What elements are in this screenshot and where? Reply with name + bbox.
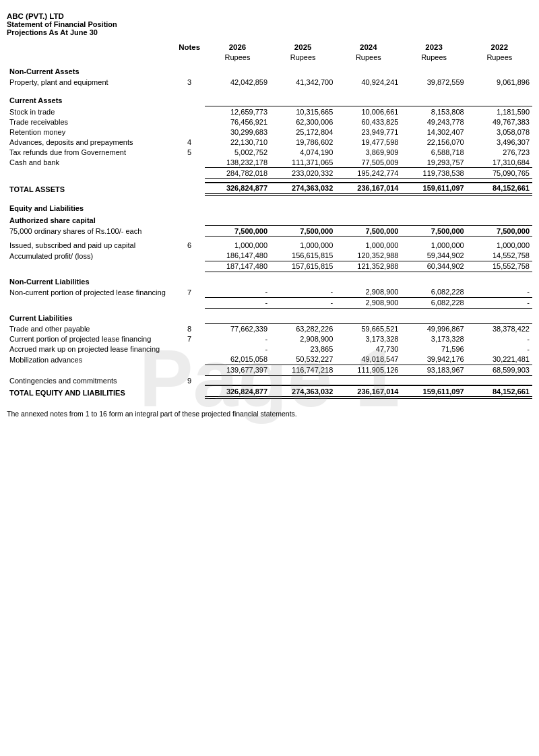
curr-lease-2026: - <box>205 334 270 344</box>
advances-2023: 22,156,070 <box>401 137 466 147</box>
equity-subtotal-row: 187,147,480 157,615,815 121,352,988 60,3… <box>7 261 532 272</box>
nc-lease-2026: - <box>205 287 270 298</box>
trade-payable-note: 8 <box>174 323 204 334</box>
cl-total-2025: 116,747,218 <box>270 365 336 375</box>
total-eq-liab-label: TOTAL EQUITY AND LIABILITIES <box>7 385 174 398</box>
unit-2026: Rupees <box>205 52 270 62</box>
cl-total-2022: 68,599,903 <box>467 365 532 375</box>
retention-2022: 3,058,078 <box>467 127 532 137</box>
stock-row: Stock in trade 12,659,773 10,315,665 10,… <box>7 106 532 117</box>
accrued-mark-2025: 23,865 <box>270 344 336 354</box>
trade-payable-2022: 38,378,422 <box>467 323 532 334</box>
current-assets-heading: Current Assets <box>7 91 532 106</box>
trade-rec-2022: 49,767,383 <box>467 117 532 127</box>
ppe-2025: 41,342,700 <box>270 77 336 87</box>
nc-lease-2025: - <box>270 287 336 298</box>
tax-refunds-2025: 4,074,190 <box>270 147 336 157</box>
tax-refunds-note: 5 <box>174 147 204 157</box>
ppe-note: 3 <box>174 77 204 87</box>
trade-payable-2025: 63,282,226 <box>270 323 336 334</box>
retention-2026: 30,299,683 <box>205 127 270 137</box>
accrued-mark-2023: 71,596 <box>401 344 466 354</box>
advances-2022: 3,496,307 <box>467 137 532 147</box>
nc-total-2023: 6,082,228 <box>401 297 466 308</box>
unit-2025: Rupees <box>270 52 336 62</box>
nc-lease-note: 7 <box>174 287 204 298</box>
equity-subtotal-2022: 15,552,758 <box>467 261 532 272</box>
cl-total-2023: 93,183,967 <box>401 365 466 375</box>
trade-rec-2023: 49,243,778 <box>401 117 466 127</box>
tax-refunds-2024: 3,869,909 <box>336 147 401 157</box>
cash-bank-2024: 77,505,009 <box>336 157 401 168</box>
total-assets-2026: 326,824,877 <box>205 183 270 195</box>
total-assets-2022: 84,152,661 <box>467 183 532 195</box>
stock-2025: 10,315,665 <box>270 106 336 117</box>
cl-total-2024: 111,905,126 <box>336 365 401 375</box>
issued-label: Issued, subscribed and paid up capital <box>7 241 174 251</box>
total-eq-liab-row: TOTAL EQUITY AND LIABILITIES 326,824,877… <box>7 385 532 398</box>
acc-profit-2022: 14,552,758 <box>467 251 532 261</box>
equity-subtotal-2025: 157,615,815 <box>270 261 336 272</box>
advances-2025: 19,786,602 <box>270 137 336 147</box>
trade-rec-note <box>174 117 204 127</box>
nc-lease-2022: - <box>467 287 532 298</box>
equity-liabilities-heading: Equity and Liabilities <box>7 199 532 214</box>
trade-rec-label: Trade receivables <box>7 117 174 127</box>
stock-2026: 12,659,773 <box>205 106 270 117</box>
nc-liabilities-heading: Non-Current Liabilities <box>7 272 532 287</box>
nc-total-row: - - 2,908,900 6,082,228 - <box>7 297 532 308</box>
advances-label: Advances, deposits and prepayments <box>7 137 174 147</box>
acc-profit-2025: 156,615,815 <box>270 251 336 261</box>
contingencies-note: 9 <box>174 375 204 385</box>
trade-payable-2024: 59,665,521 <box>336 323 401 334</box>
mob-advances-2022: 30,221,481 <box>467 354 532 365</box>
nc-total-2024: 2,908,900 <box>336 297 401 308</box>
tax-refunds-2026: 5,002,752 <box>205 147 270 157</box>
financial-table: Notes 2026 2025 2024 2023 2022 Rupees Ru… <box>7 42 532 399</box>
trade-rec-2025: 62,300,006 <box>270 117 336 127</box>
trade-rec-2026: 76,456,921 <box>205 117 270 127</box>
equity-subtotal-2023: 60,344,902 <box>401 261 466 272</box>
nc-lease-2023: 6,082,228 <box>401 287 466 298</box>
advances-2024: 19,477,598 <box>336 137 401 147</box>
auth-shares-2026: 7,500,000 <box>205 226 270 237</box>
advances-note: 4 <box>174 137 204 147</box>
trade-payable-row: Trade and other payable 8 77,662,339 63,… <box>7 323 532 334</box>
acc-profit-2026: 186,147,480 <box>205 251 270 261</box>
trade-rec-row: Trade receivables 76,456,921 62,300,006 … <box>7 117 532 127</box>
stock-2023: 8,153,808 <box>401 106 466 117</box>
total-eq-liab-2025: 274,363,032 <box>270 385 336 398</box>
accrued-mark-2022: - <box>467 344 532 354</box>
advances-2026: 22,130,710 <box>205 137 270 147</box>
notes-header: Notes <box>174 42 204 52</box>
ca-total-2024: 195,242,774 <box>336 168 401 179</box>
cash-bank-label: Cash and bank <box>7 157 174 168</box>
trade-payable-label: Trade and other payable <box>7 323 174 334</box>
stock-2022: 1,181,590 <box>467 106 532 117</box>
nc-lease-row: Non-current portion of projected lease f… <box>7 287 532 298</box>
trade-rec-2024: 60,433,825 <box>336 117 401 127</box>
total-assets-label: TOTAL ASSETS <box>7 183 174 195</box>
curr-lease-2022: - <box>467 334 532 344</box>
unit-2022: Rupees <box>467 52 532 62</box>
ca-total-2022: 75,090,765 <box>467 168 532 179</box>
ppe-2024: 40,924,241 <box>336 77 401 87</box>
curr-lease-2024: 3,173,328 <box>336 334 401 344</box>
tax-refunds-2023: 6,588,718 <box>401 147 466 157</box>
retention-2025: 25,172,804 <box>270 127 336 137</box>
ca-subtotal-row: 284,782,018 233,020,332 195,242,774 119,… <box>7 168 532 179</box>
total-assets-2023: 159,611,097 <box>401 183 466 195</box>
stock-note <box>174 106 204 117</box>
ca-total-2025: 233,020,332 <box>270 168 336 179</box>
cash-bank-note <box>174 157 204 168</box>
auth-shares-2025: 7,500,000 <box>270 226 336 237</box>
mob-advances-label: Mobilization advances <box>7 354 174 365</box>
mob-advances-row: Mobilization advances 62,015,058 50,532,… <box>7 354 532 365</box>
year-2026-header: 2026 <box>205 42 270 52</box>
issued-note: 6 <box>174 241 204 251</box>
ppe-2023: 39,872,559 <box>401 77 466 87</box>
tax-refunds-2022: 276,723 <box>467 147 532 157</box>
nc-lease-2024: 2,908,900 <box>336 287 401 298</box>
trade-payable-2026: 77,662,339 <box>205 323 270 334</box>
total-assets-row: TOTAL ASSETS 326,824,877 274,363,032 236… <box>7 183 532 195</box>
